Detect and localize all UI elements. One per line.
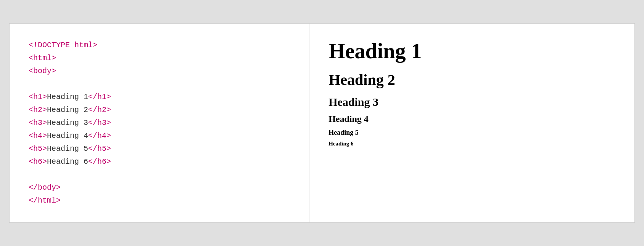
code-line-html-open: <html> — [29, 52, 290, 65]
html-close-tag: </html> — [29, 196, 61, 205]
h4-close-tag: </h4> — [88, 131, 111, 140]
code-line-h1: <h1>Heading 1</h1> — [29, 91, 290, 104]
h1-close-tag: </h1> — [88, 93, 111, 101]
h6-open-tag: <h6> — [29, 157, 47, 166]
doctype-tag: <!DOCTYPE html> — [29, 41, 97, 50]
h6-close-tag: </h6> — [88, 157, 111, 166]
h5-open-tag: <h5> — [29, 144, 47, 153]
code-line-body-open: <body> — [29, 65, 290, 78]
code-line-h4: <h4>Heading 4</h4> — [29, 129, 290, 142]
h6-content: Heading 6 — [47, 157, 88, 166]
preview-heading-6: Heading 6 — [328, 141, 615, 147]
h1-open-tag: <h1> — [29, 93, 47, 101]
code-panel: <!DOCTYPE html> <html> <body> <h1>Headin… — [9, 23, 309, 223]
code-line-h6: <h6>Heading 6</h6> — [29, 155, 290, 168]
preview-heading-5: Heading 5 — [328, 129, 615, 137]
preview-heading-3: Heading 3 — [328, 96, 615, 109]
code-line-body-close: </body> — [29, 181, 290, 194]
h2-content: Heading 2 — [47, 105, 88, 114]
h4-open-tag: <h4> — [29, 131, 47, 140]
code-line-h5: <h5>Heading 5</h5> — [29, 142, 290, 155]
h2-close-tag: </h2> — [88, 105, 111, 114]
code-line-html-close: </html> — [29, 194, 290, 207]
h3-close-tag: </h3> — [88, 118, 111, 127]
h5-content: Heading 5 — [47, 144, 88, 153]
h5-close-tag: </h5> — [88, 144, 111, 153]
main-container: <!DOCTYPE html> <html> <body> <h1>Headin… — [9, 23, 635, 223]
code-block: <!DOCTYPE html> <html> <body> <h1>Headin… — [29, 39, 290, 207]
h3-open-tag: <h3> — [29, 118, 47, 127]
html-open-tag: <html> — [29, 54, 56, 62]
h2-open-tag: <h2> — [29, 105, 47, 114]
code-line-blank1 — [29, 78, 290, 91]
preview-panel: Heading 1 Heading 2 Heading 3 Heading 4 … — [309, 23, 635, 223]
code-line-blank2 — [29, 168, 290, 181]
h1-content: Heading 1 — [47, 93, 88, 101]
preview-heading-1: Heading 1 — [328, 39, 615, 63]
body-open-tag: <body> — [29, 67, 56, 75]
body-close-tag: </body> — [29, 183, 61, 192]
preview-heading-2: Heading 2 — [328, 71, 615, 89]
code-line-h2: <h2>Heading 2</h2> — [29, 104, 290, 117]
preview-heading-4: Heading 4 — [328, 114, 615, 124]
h3-content: Heading 3 — [47, 118, 88, 127]
code-line-doctype: <!DOCTYPE html> — [29, 39, 290, 52]
h4-content: Heading 4 — [47, 131, 88, 140]
code-line-h3: <h3>Heading 3</h3> — [29, 117, 290, 129]
